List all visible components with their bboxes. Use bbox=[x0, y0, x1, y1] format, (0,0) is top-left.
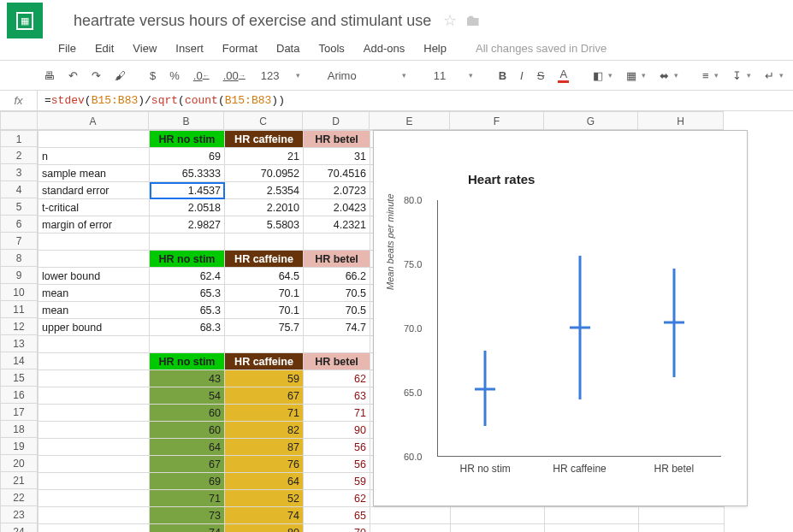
menu-tools[interactable]: Tools bbox=[318, 38, 354, 58]
menu-data[interactable]: Data bbox=[276, 38, 310, 58]
cell[interactable]: 2.2010 bbox=[225, 199, 304, 216]
cell[interactable]: 71 bbox=[225, 405, 304, 422]
cell[interactable] bbox=[225, 233, 304, 251]
cell[interactable]: 69 bbox=[150, 148, 225, 165]
fill-color-icon[interactable]: ◧▾ bbox=[587, 65, 618, 86]
paint-format-icon[interactable]: 🖌 bbox=[109, 65, 132, 86]
cell[interactable] bbox=[304, 233, 370, 251]
redo-icon[interactable]: ↷ bbox=[86, 65, 107, 86]
col-header-a[interactable]: A bbox=[38, 111, 149, 130]
row-header[interactable]: 16 bbox=[0, 387, 38, 404]
format-currency[interactable]: $ bbox=[144, 65, 162, 86]
cell[interactable]: 80 bbox=[225, 524, 304, 533]
star-icon[interactable]: ☆ bbox=[443, 11, 457, 30]
col-header-c[interactable]: C bbox=[224, 111, 303, 130]
cell[interactable] bbox=[150, 336, 225, 353]
cell[interactable] bbox=[38, 251, 150, 268]
cell[interactable]: 70.5 bbox=[304, 302, 370, 319]
cell[interactable]: 65 bbox=[304, 507, 370, 524]
row-header[interactable]: 20 bbox=[0, 455, 38, 472]
font-picker[interactable]: Arimo▾ bbox=[320, 65, 414, 86]
cell[interactable] bbox=[451, 524, 545, 533]
formula-input[interactable]: =stdev(B15:B83)/sqrt(count(B15:B83)) bbox=[38, 92, 793, 109]
cell[interactable]: HR betel bbox=[304, 251, 370, 268]
cell[interactable]: 87 bbox=[225, 439, 304, 456]
menu-file[interactable]: File bbox=[58, 38, 86, 58]
row-header[interactable]: 3 bbox=[0, 164, 38, 181]
col-header-h[interactable]: H bbox=[638, 111, 724, 130]
cell[interactable]: 21 bbox=[225, 148, 304, 165]
cell[interactable]: standard error bbox=[38, 182, 150, 199]
cell[interactable]: 66.2 bbox=[304, 268, 370, 285]
cell[interactable]: 60 bbox=[150, 422, 225, 439]
row-header[interactable]: 10 bbox=[0, 284, 38, 301]
cell[interactable] bbox=[370, 524, 451, 533]
folder-icon[interactable]: 🖿 bbox=[465, 12, 481, 30]
menu-addons[interactable]: Add-ons bbox=[364, 38, 415, 58]
cell[interactable]: 5.5803 bbox=[225, 216, 304, 233]
cell[interactable]: 62 bbox=[304, 490, 370, 507]
cell[interactable]: 2.0423 bbox=[304, 199, 370, 216]
strike-button[interactable]: S bbox=[531, 65, 551, 86]
cell[interactable]: 67 bbox=[225, 387, 304, 405]
cell[interactable] bbox=[545, 524, 639, 533]
cell[interactable]: 90 bbox=[304, 422, 370, 439]
italic-button[interactable]: I bbox=[514, 65, 530, 86]
row-header[interactable]: 15 bbox=[0, 369, 38, 387]
cell[interactable]: 43 bbox=[150, 370, 225, 387]
cell[interactable]: 63 bbox=[304, 387, 370, 405]
row-header[interactable]: 19 bbox=[0, 438, 38, 455]
cell[interactable]: 56 bbox=[304, 456, 370, 473]
cell[interactable] bbox=[38, 353, 150, 370]
cell[interactable]: HR no stim bbox=[150, 353, 225, 370]
format-percent[interactable]: % bbox=[163, 65, 186, 86]
cell[interactable]: 70.1 bbox=[225, 285, 304, 302]
cell[interactable]: 70 bbox=[304, 524, 370, 533]
row-headers[interactable]: 1234567891011121314151617181920212223242… bbox=[0, 130, 38, 532]
cell[interactable]: HR no stim bbox=[150, 251, 225, 268]
cell[interactable]: 1.4537 bbox=[150, 182, 225, 199]
cell[interactable] bbox=[38, 473, 150, 490]
cell[interactable]: 68.3 bbox=[150, 319, 225, 336]
row-header[interactable]: 13 bbox=[0, 335, 38, 352]
cell[interactable]: 59 bbox=[225, 370, 304, 387]
chart-heart-rates[interactable]: Heart rates Mean beats per minute 60.065… bbox=[373, 130, 748, 506]
select-all-cell[interactable] bbox=[0, 111, 38, 130]
row-header[interactable]: 12 bbox=[0, 318, 38, 335]
cell[interactable] bbox=[38, 507, 150, 524]
row-header[interactable]: 23 bbox=[0, 506, 38, 523]
cell[interactable]: 54 bbox=[150, 387, 225, 405]
cell[interactable]: HR caffeine bbox=[225, 251, 304, 268]
cell[interactable]: 2.9827 bbox=[150, 216, 225, 233]
cell[interactable]: n bbox=[38, 148, 150, 165]
cell[interactable]: HR caffeine bbox=[225, 353, 304, 370]
cell[interactable] bbox=[38, 439, 150, 456]
cell[interactable]: 70.0952 bbox=[225, 165, 304, 182]
cell[interactable]: HR caffeine bbox=[225, 131, 304, 148]
cell[interactable]: 64.5 bbox=[225, 268, 304, 285]
undo-icon[interactable]: ↶ bbox=[62, 65, 84, 86]
cell[interactable]: margin of error bbox=[38, 216, 150, 233]
cell[interactable]: mean bbox=[38, 302, 150, 319]
menu-help[interactable]: Help bbox=[423, 38, 457, 58]
cell[interactable] bbox=[38, 387, 150, 405]
cell[interactable] bbox=[304, 336, 370, 353]
cell[interactable]: sample mean bbox=[38, 165, 150, 182]
cell[interactable]: 73 bbox=[150, 507, 225, 524]
cell[interactable]: 71 bbox=[304, 405, 370, 422]
cell[interactable] bbox=[38, 524, 150, 533]
row-header[interactable]: 22 bbox=[0, 489, 38, 506]
menu-format[interactable]: Format bbox=[222, 38, 268, 58]
cell[interactable] bbox=[38, 456, 150, 473]
cell[interactable]: 69 bbox=[150, 473, 225, 490]
cell[interactable] bbox=[545, 507, 639, 524]
cell[interactable]: 75.7 bbox=[225, 319, 304, 336]
borders-icon[interactable]: ▦▾ bbox=[620, 65, 652, 86]
cell[interactable]: 2.0518 bbox=[150, 199, 225, 216]
row-header[interactable]: 21 bbox=[0, 472, 38, 489]
row-header[interactable]: 18 bbox=[0, 421, 38, 438]
merge-icon[interactable]: ⬌▾ bbox=[654, 65, 684, 86]
cell[interactable]: 67 bbox=[150, 456, 225, 473]
row-header[interactable]: 17 bbox=[0, 404, 38, 421]
cell[interactable] bbox=[38, 233, 150, 251]
